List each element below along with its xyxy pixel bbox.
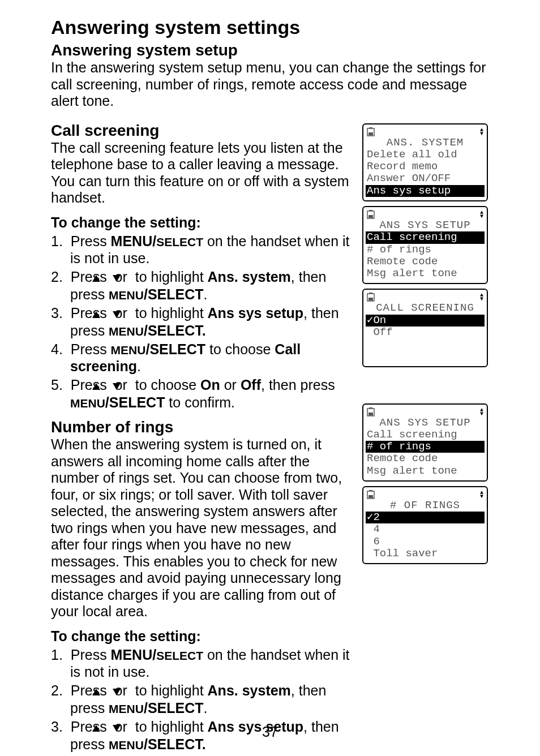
battery-icon bbox=[367, 210, 375, 219]
lcd-row: Msg alert tone bbox=[367, 465, 483, 477]
battery-icon bbox=[367, 293, 375, 302]
lcd-row: Remote code bbox=[367, 453, 483, 465]
lcd-row-selected: Ans sys setup bbox=[366, 185, 485, 197]
scroll-arrows-icon: ▲▼ bbox=[480, 128, 483, 136]
lcd-ans-sys-setup-2: ▲▼ ANS SYS SETUP Call screening # of rin… bbox=[362, 403, 488, 482]
lcd-row: Remote code bbox=[367, 256, 483, 268]
battery-icon bbox=[367, 127, 375, 136]
lcd-title: ANS SYS SETUP bbox=[367, 220, 483, 231]
page-title: Answering system settings bbox=[51, 16, 489, 38]
scroll-arrows-icon: ▲▼ bbox=[480, 408, 483, 416]
num-rings-intro: When the answering system is turned on, … bbox=[51, 436, 355, 620]
cs-step-1: 1. Press MENU/SELECT on the handset when… bbox=[51, 233, 355, 267]
svg-rect-25 bbox=[368, 413, 373, 415]
lcd-row: Toll saver bbox=[367, 548, 483, 560]
cs-step-2: 2. Press or to highlight Ans. system, th… bbox=[51, 269, 355, 303]
battery-icon bbox=[367, 490, 375, 499]
lcd-row-selected: ✓2 bbox=[366, 512, 485, 523]
page-number: 37 bbox=[0, 724, 540, 741]
battery-icon bbox=[367, 407, 375, 416]
lcd-title: ANS SYS SETUP bbox=[367, 417, 483, 429]
lcd-num-of-rings: ▲▼ # OF RINGS ✓2 4 6 Toll saver bbox=[362, 486, 488, 564]
call-screening-intro: The call screening feature lets you list… bbox=[51, 140, 355, 207]
svg-marker-5 bbox=[113, 383, 121, 390]
svg-rect-19 bbox=[368, 215, 373, 218]
svg-marker-2 bbox=[92, 311, 100, 318]
svg-rect-22 bbox=[368, 298, 373, 300]
svg-marker-4 bbox=[92, 383, 100, 390]
cs-step-4: 4. Press MENU/SELECT to choose Call scre… bbox=[51, 341, 355, 375]
lcd-row: Answer ON/OFF bbox=[367, 173, 483, 184]
lcd-row: 4 bbox=[367, 523, 483, 535]
cs-step-3: 3. Press or to highlight Ans sys setup, … bbox=[51, 305, 355, 339]
svg-marker-1 bbox=[113, 275, 121, 282]
scroll-arrows-icon: ▲▼ bbox=[480, 211, 483, 218]
svg-marker-3 bbox=[113, 311, 121, 318]
scroll-arrows-icon: ▲▼ bbox=[480, 491, 483, 499]
lcd-row-selected: ✓On bbox=[366, 315, 485, 327]
lcd-row-selected: Call screening bbox=[366, 231, 485, 243]
svg-rect-28 bbox=[368, 495, 373, 498]
svg-marker-6 bbox=[92, 689, 100, 695]
svg-marker-7 bbox=[113, 689, 121, 695]
lcd-row: Call screening bbox=[367, 429, 483, 441]
lcd-row: # of rings bbox=[367, 244, 483, 256]
svg-rect-16 bbox=[368, 132, 373, 135]
nr-step-1: 1. Press MENU/SELECT on the handset when… bbox=[51, 647, 355, 680]
num-rings-heading: Number of rings bbox=[51, 418, 355, 436]
scroll-arrows-icon: ▲▼ bbox=[480, 293, 483, 301]
lcd-row: Msg alert tone bbox=[367, 268, 483, 280]
change-setting-heading-1: To change the setting: bbox=[51, 214, 355, 231]
cs-step-5: 5. Press or to choose On or Off, then pr… bbox=[51, 377, 355, 411]
setup-intro: In the answering system setup menu, you … bbox=[51, 59, 489, 110]
lcd-call-screening: ▲▼ CALL SCREENING ✓On Off bbox=[362, 289, 488, 367]
lcd-row: Off bbox=[367, 327, 483, 338]
lcd-title: CALL SCREENING bbox=[367, 302, 483, 314]
svg-marker-0 bbox=[92, 275, 100, 282]
lcd-ans-system: ▲▼ ANS. SYSTEM Delete all old Record mem… bbox=[362, 123, 488, 201]
nr-step-2: 2. Press or to highlight Ans. system, th… bbox=[51, 682, 355, 716]
change-setting-heading-2: To change the setting: bbox=[51, 628, 355, 645]
lcd-row: Delete all old bbox=[367, 149, 483, 161]
lcd-row: Record memo bbox=[367, 161, 483, 173]
lcd-title: # OF RINGS bbox=[367, 500, 483, 512]
setup-heading: Answering system setup bbox=[51, 41, 489, 59]
call-screening-heading: Call screening bbox=[51, 121, 355, 140]
lcd-title: ANS. SYSTEM bbox=[367, 137, 483, 149]
lcd-row-selected: # of rings bbox=[366, 441, 485, 453]
lcd-ans-sys-setup: ▲▼ ANS SYS SETUP Call screening # of rin… bbox=[362, 206, 488, 284]
lcd-row: 6 bbox=[367, 536, 483, 548]
call-screening-steps: 1. Press MENU/SELECT on the handset when… bbox=[51, 233, 355, 411]
